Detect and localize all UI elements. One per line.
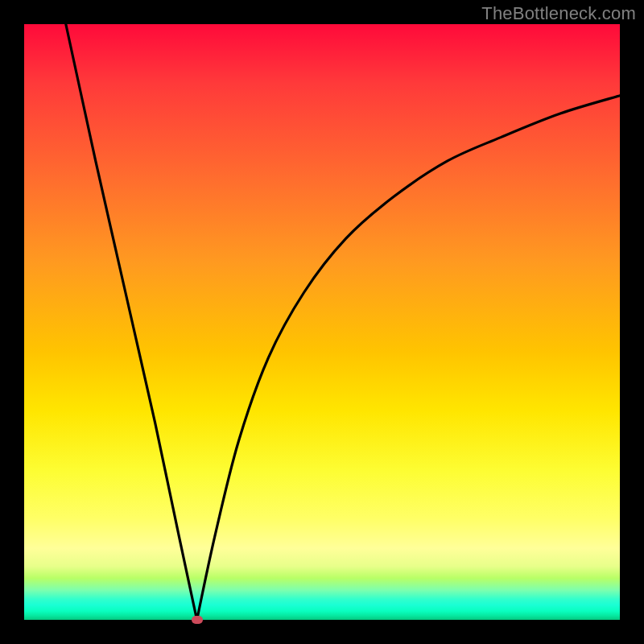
minimum-marker xyxy=(192,616,203,624)
chart-frame: TheBottleneck.com xyxy=(0,0,644,644)
bottleneck-curve xyxy=(24,24,620,620)
plot-area xyxy=(24,24,620,620)
watermark-text: TheBottleneck.com xyxy=(481,3,636,24)
